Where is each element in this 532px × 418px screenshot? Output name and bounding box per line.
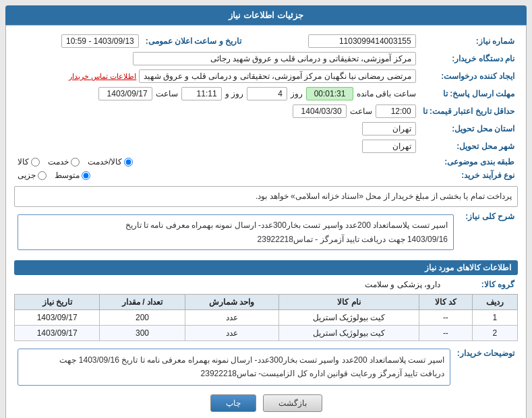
اطلاعات-تماس-link[interactable]: اطلاعات تماس خریدار [69, 72, 136, 80]
طبقه-label: طبقه بندی موضوعی: [419, 155, 518, 169]
شهر-label: شهر محل تحویل: [419, 138, 518, 155]
شرح-کلی-label: شرح کلی نیاز: [457, 210, 518, 255]
radio-kala[interactable]: کالا [18, 157, 40, 167]
table-row: 2--کیت بیولوژیک استریلعدد3001403/09/17 [15, 325, 518, 340]
ایجاد-کننده-label: ایجاد کننده درخواست: [419, 67, 518, 85]
نام-دستگاه-value: مرکز آموزشی، تحقیقاتی و درمانی قلب و عرو… [14, 50, 419, 67]
col-کد-کالا: کد کالا [419, 294, 472, 309]
col-تاریخ: تاریخ نیاز [15, 294, 100, 309]
شهر-value: تهران [245, 138, 419, 155]
payment-note: پرداخت تمام یا بخشی از مبلغ خریدار از مح… [14, 186, 518, 207]
radio-khadamat[interactable]: خدمت [48, 157, 80, 167]
استان-label: استان محل تحویل: [419, 120, 518, 138]
طبقه-radios: کالا خدمت کالا/خدمت [14, 155, 419, 169]
back-button[interactable]: بازگشت [263, 394, 322, 412]
توضیحات-value: اسپر تست پلاسماتعداد 200عدد واسپر تست بخ… [14, 347, 454, 388]
table-row: 1--کیت بیولوژیک استریلعدد2001403/09/17 [15, 309, 518, 325]
مهلت-ارسال-label: مهلت ارسال پاسخ: تا [419, 85, 518, 102]
نوع-radios: جزیی متوسط [14, 169, 419, 182]
حداقل-label: حداقل تاریخ اعتبار قیمت: تا [419, 102, 518, 120]
radio-kala-khadamat[interactable]: کالا/خدمت [88, 157, 133, 167]
نام-دستگاه-label: نام دستگاه خریدار: [419, 50, 518, 67]
حداقل-row: 1404/03/30 ساعت 12:00 [14, 102, 419, 120]
شماره-نیاز-value: 1103099414003155 [245, 32, 419, 50]
روز-text: روز [291, 89, 303, 98]
اطلاعات-کالاها-title: اطلاعات کالاهای مورد نیاز [14, 260, 518, 275]
نوع-label: نوع فرآیند خرید: [419, 169, 518, 182]
print-button[interactable]: چاپ [210, 394, 256, 412]
استان-value: تهران [245, 120, 419, 138]
توضیحات-label: توضیحات خریدار: [454, 347, 518, 388]
col-واحد: واحد شمارش [185, 294, 278, 309]
تاریخ-value: 1403/09/13 - 10:59 [14, 32, 142, 50]
ساعت-label: ساعت [156, 89, 178, 98]
باقی-مانده-label: ساعت باقی مانده [357, 89, 416, 98]
شماره-نیاز-label: شماره نیاز: [419, 32, 518, 50]
روز-label: روز و [225, 89, 243, 98]
button-bar: بازگشت چاپ [14, 394, 518, 412]
remaining-time: 00:01:31 [306, 87, 353, 100]
radio-jozii[interactable]: جزیی [18, 171, 47, 180]
col-نام-کالا: نام کالا [278, 294, 419, 309]
col-تعداد: تعداد / مقدار [100, 294, 185, 309]
شرح-کلی-value: اسپر تست پلاسماتعداد 200عدد واسپر تست بخ… [14, 210, 457, 255]
col-ردیف: ردیف [472, 294, 517, 309]
ایجاد-کننده-value: مرتضی رمضانی نیا نگهبان مرکز آموزشی، تحق… [14, 67, 419, 85]
مهلت-ارسال-row: 1403/09/17 ساعت 11:11 روز و 4 روز 00:01:… [14, 85, 419, 102]
تاریخ-label: تاریخ و ساعت اعلان عمومی: [142, 32, 245, 50]
page-title: جزئیات اطلاعات نیاز [5, 5, 527, 25]
گروه-کالا-value: دارو، پزشکی و سلامت [14, 278, 444, 291]
گروه-کالا-label: گروه کالا: [444, 278, 518, 291]
radio-motevaset[interactable]: متوسط [55, 171, 90, 180]
ساعت-label2: ساعت [350, 107, 372, 116]
goods-table: ردیف کد کالا نام کالا واحد شمارش تعداد /… [14, 294, 518, 341]
